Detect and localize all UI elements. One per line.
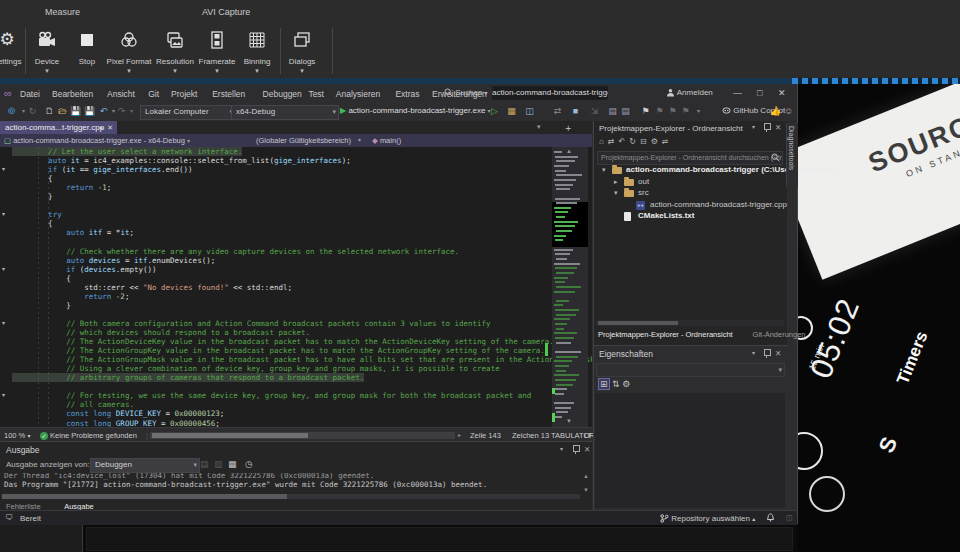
save-all-icon[interactable]: 💾	[84, 106, 95, 117]
status-eol[interactable]: LF	[584, 431, 593, 440]
navigate-back-icon[interactable]: ⦾	[6, 106, 17, 117]
bookmark-icon[interactable]: ⚑	[640, 106, 651, 117]
zoom-level-dropdown[interactable]: 100 % ▾	[4, 431, 30, 440]
tab-diagnostics[interactable]: Diagnosetools	[786, 123, 798, 187]
alphabetical-icon[interactable]: ⇅	[612, 379, 620, 389]
select-repository-button[interactable]: Repository auswählen ▴	[660, 514, 755, 524]
menu-git[interactable]: Git	[148, 89, 159, 99]
document-icon[interactable]: ▤	[607, 106, 618, 117]
resize-grip[interactable]: ◫	[786, 514, 793, 522]
dropdown-caret-icon[interactable]: ▾	[693, 106, 704, 117]
dropdown-caret-icon[interactable]: ▾	[127, 67, 131, 75]
scroll-up-icon[interactable]: ▲	[583, 473, 589, 479]
close-button[interactable]: ✕	[778, 88, 786, 98]
new-file-icon[interactable]: 🗋	[44, 106, 55, 117]
menu-erstellen[interactable]: Erstellen	[212, 89, 245, 99]
code-line[interactable]: auto devices = itf.enumDevices();	[12, 256, 215, 265]
code-line[interactable]: {	[12, 174, 53, 183]
navbar-scope-caret-icon[interactable]: ▾	[358, 136, 361, 143]
collapse-icon[interactable]: ▾	[602, 166, 606, 174]
save-icon[interactable]: 💾	[70, 106, 81, 117]
pixel-format-button[interactable]: Pixel Format▾	[106, 26, 152, 76]
menu-datei[interactable]: Datei	[20, 89, 40, 99]
minimize-button[interactable]: —	[733, 88, 742, 98]
menu-ansicht[interactable]: Ansicht	[107, 89, 135, 99]
panel-close-icon[interactable]: ✕	[584, 445, 590, 454]
editor-hscrollbar[interactable]	[150, 432, 455, 439]
fold-arrow-icon[interactable]: ▾	[2, 165, 10, 174]
code-line[interactable]: try	[12, 210, 62, 219]
code-line[interactable]: auto it = ic4_examples::console::select_…	[12, 156, 351, 165]
explorer-tab-projektmappen-explorer-ordneransicht[interactable]: Projektmappen-Explorer - Ordneransicht	[598, 330, 733, 339]
code-line[interactable]: if (devices.empty())	[12, 265, 157, 274]
document-icon[interactable]: ▤	[620, 106, 631, 117]
capture-tab-avi-capture[interactable]: AVI Capture	[202, 7, 250, 17]
navbar-project-dropdown[interactable]: ▢ action-command-broadcast-trigger.exe -…	[4, 136, 190, 145]
debug-target-dropdown[interactable]: Lokaler Computer▾	[140, 105, 236, 120]
swap-panes-icon[interactable]: ⇄	[552, 106, 563, 117]
dialogs-button[interactable]: Dialogs▾	[279, 26, 325, 76]
property-pages-icon[interactable]: ⚙	[622, 379, 630, 389]
dropdown-caret-icon[interactable]: ▾	[45, 67, 49, 75]
categorized-icon[interactable]: ⊞	[598, 378, 610, 390]
properties-toolbar[interactable]: ⊞ ⇅ ⚙	[598, 379, 630, 389]
capture-tab-measure[interactable]: Measure	[45, 7, 80, 17]
resolution-button[interactable]: Resolution▾	[152, 26, 198, 76]
output-hscrollbar[interactable]	[2, 494, 580, 499]
profile-icon[interactable]: ☺	[783, 106, 794, 117]
scroll-down-icon[interactable]: ▼	[583, 487, 589, 493]
start-without-debugging-icon[interactable]: ▷	[489, 106, 500, 117]
tab-list-caret-icon[interactable]: ▾	[537, 123, 541, 131]
problems-indicator[interactable]: ✓ Keine Probleme gefunden	[40, 431, 137, 440]
new-tab-icon[interactable]: ＋	[563, 121, 573, 135]
code-line[interactable]: // Let the user select a network interfa…	[12, 147, 242, 156]
panel-caret-icon[interactable]: ▾	[752, 123, 755, 130]
dropdown-caret-icon[interactable]: ▾	[215, 67, 219, 75]
code-line[interactable]: {	[12, 219, 53, 228]
scrollbar-thumb[interactable]	[2, 494, 287, 499]
scroll-up-icon[interactable]: ▲	[566, 148, 572, 154]
editor-minimap[interactable]: ▲ ▼	[552, 147, 588, 427]
feedback-icon[interactable]: 👍	[770, 106, 781, 117]
code-line[interactable]: auto itf = *it;	[12, 228, 134, 237]
menu-analysieren[interactable]: Analysieren	[336, 89, 380, 99]
code-line[interactable]: return -2;	[12, 292, 129, 301]
explorer-hscrollbar[interactable]	[596, 320, 784, 326]
feedback-bubble-icon[interactable]: 🗨	[5, 513, 13, 522]
dropdown-caret-icon[interactable]: ▾	[255, 67, 259, 75]
panel-close-icon[interactable]: ✕	[775, 349, 781, 358]
code-editor[interactable]: // Let the user select a network interfa…	[0, 147, 592, 427]
collapse-icon[interactable]: ▾	[614, 189, 618, 197]
monitor-icon[interactable]: ■	[570, 106, 581, 117]
pin-icon[interactable]	[763, 349, 770, 360]
code-line[interactable]: {	[12, 274, 71, 283]
expand-icon[interactable]: ▸	[614, 178, 618, 186]
code-line[interactable]: // For testing, we use the same device k…	[12, 391, 531, 400]
code-line[interactable]: // Using a clever combination of device …	[12, 364, 500, 373]
build-icon[interactable]: ▦	[506, 106, 517, 117]
output-text[interactable]: Der Thread "ic4:device_lost" (17304) hat…	[0, 473, 580, 494]
stop-button[interactable]: Stop	[64, 26, 110, 76]
panel-caret-icon[interactable]: ▾	[752, 349, 755, 356]
time-icon[interactable]: ◷	[245, 459, 253, 469]
code-line[interactable]: // Check whether there are any video cap…	[12, 247, 459, 256]
solution-explorer-toolbar[interactable]: ⌂⇄↶↻⊟⚙⇌	[599, 137, 673, 146]
navbar-scope-dropdown[interactable]: (Globaler Gültigkeitsbereich)	[256, 136, 351, 145]
fold-arrow-icon[interactable]: ▾	[2, 319, 10, 328]
panel-caret-icon[interactable]: ▾	[560, 445, 563, 452]
search-box[interactable]: Suchen ▾	[444, 88, 488, 98]
properties-object-dropdown[interactable]: ▾	[596, 363, 785, 377]
code-line[interactable]: }	[12, 192, 53, 201]
code-line[interactable]: }	[12, 301, 71, 310]
maximize-button[interactable]: □	[757, 88, 762, 98]
notifications-bell-button[interactable]	[766, 513, 775, 523]
fold-arrow-icon[interactable]: ▾	[2, 210, 10, 219]
menu-bearbeiten[interactable]: Bearbeiten	[52, 89, 93, 99]
tab-close-icon[interactable]: ✕	[107, 121, 113, 134]
output-source-dropdown[interactable]: Debuggen▾	[90, 458, 200, 473]
solution-search-input[interactable]: Projektmappen-Explorer - Ordneransicht d…	[597, 151, 783, 165]
scroll-right-icon[interactable]: ▸	[458, 431, 461, 438]
menu-projekt[interactable]: Projekt	[171, 89, 197, 99]
code-line[interactable]: // Both camera configuration and Action …	[12, 319, 491, 328]
menu-debuggen[interactable]: Debuggen	[263, 89, 302, 99]
